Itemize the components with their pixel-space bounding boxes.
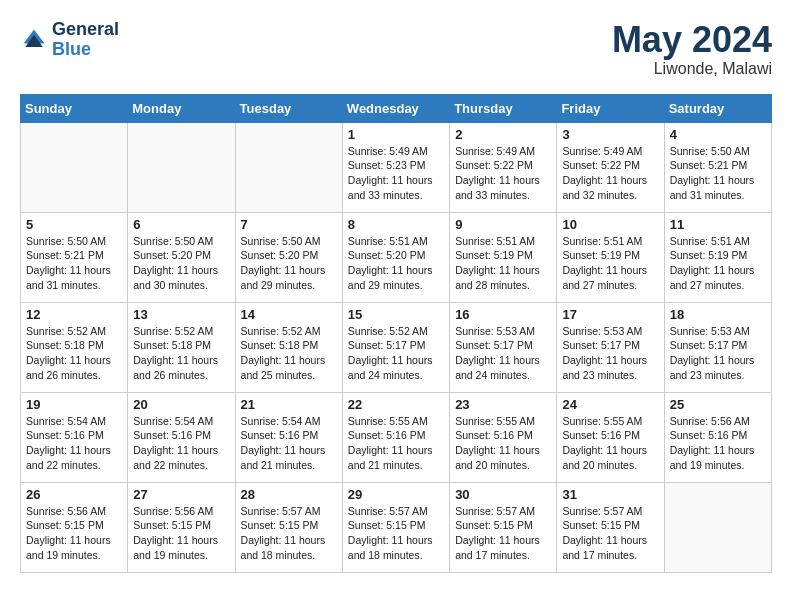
day-number: 29	[348, 487, 444, 502]
week-row: 12Sunrise: 5:52 AM Sunset: 5:18 PM Dayli…	[21, 302, 772, 392]
day-number: 30	[455, 487, 551, 502]
day-number: 2	[455, 127, 551, 142]
day-info: Sunrise: 5:52 AM Sunset: 5:17 PM Dayligh…	[348, 324, 444, 383]
week-row: 26Sunrise: 5:56 AM Sunset: 5:15 PM Dayli…	[21, 482, 772, 572]
day-number: 19	[26, 397, 122, 412]
calendar-cell	[235, 122, 342, 212]
calendar-cell: 22Sunrise: 5:55 AM Sunset: 5:16 PM Dayli…	[342, 392, 449, 482]
calendar-cell: 13Sunrise: 5:52 AM Sunset: 5:18 PM Dayli…	[128, 302, 235, 392]
calendar-cell: 4Sunrise: 5:50 AM Sunset: 5:21 PM Daylig…	[664, 122, 771, 212]
day-number: 5	[26, 217, 122, 232]
header-row: SundayMondayTuesdayWednesdayThursdayFrid…	[21, 94, 772, 122]
day-info: Sunrise: 5:53 AM Sunset: 5:17 PM Dayligh…	[455, 324, 551, 383]
day-number: 8	[348, 217, 444, 232]
day-info: Sunrise: 5:57 AM Sunset: 5:15 PM Dayligh…	[241, 504, 337, 563]
day-info: Sunrise: 5:52 AM Sunset: 5:18 PM Dayligh…	[26, 324, 122, 383]
calendar-cell: 21Sunrise: 5:54 AM Sunset: 5:16 PM Dayli…	[235, 392, 342, 482]
week-row: 1Sunrise: 5:49 AM Sunset: 5:23 PM Daylig…	[21, 122, 772, 212]
day-number: 28	[241, 487, 337, 502]
day-info: Sunrise: 5:50 AM Sunset: 5:20 PM Dayligh…	[133, 234, 229, 293]
day-info: Sunrise: 5:57 AM Sunset: 5:15 PM Dayligh…	[348, 504, 444, 563]
calendar-cell: 17Sunrise: 5:53 AM Sunset: 5:17 PM Dayli…	[557, 302, 664, 392]
calendar-cell: 9Sunrise: 5:51 AM Sunset: 5:19 PM Daylig…	[450, 212, 557, 302]
calendar-cell: 27Sunrise: 5:56 AM Sunset: 5:15 PM Dayli…	[128, 482, 235, 572]
calendar-cell: 18Sunrise: 5:53 AM Sunset: 5:17 PM Dayli…	[664, 302, 771, 392]
day-number: 23	[455, 397, 551, 412]
logo: General Blue	[20, 20, 119, 60]
day-info: Sunrise: 5:53 AM Sunset: 5:17 PM Dayligh…	[670, 324, 766, 383]
calendar-cell: 15Sunrise: 5:52 AM Sunset: 5:17 PM Dayli…	[342, 302, 449, 392]
day-info: Sunrise: 5:53 AM Sunset: 5:17 PM Dayligh…	[562, 324, 658, 383]
calendar-cell: 28Sunrise: 5:57 AM Sunset: 5:15 PM Dayli…	[235, 482, 342, 572]
day-number: 3	[562, 127, 658, 142]
day-info: Sunrise: 5:52 AM Sunset: 5:18 PM Dayligh…	[241, 324, 337, 383]
location: Liwonde, Malawi	[612, 60, 772, 78]
day-number: 25	[670, 397, 766, 412]
day-number: 7	[241, 217, 337, 232]
day-number: 21	[241, 397, 337, 412]
calendar-cell: 30Sunrise: 5:57 AM Sunset: 5:15 PM Dayli…	[450, 482, 557, 572]
calendar-cell: 20Sunrise: 5:54 AM Sunset: 5:16 PM Dayli…	[128, 392, 235, 482]
weekday-header: Thursday	[450, 94, 557, 122]
day-number: 18	[670, 307, 766, 322]
day-info: Sunrise: 5:49 AM Sunset: 5:22 PM Dayligh…	[455, 144, 551, 203]
calendar-cell: 10Sunrise: 5:51 AM Sunset: 5:19 PM Dayli…	[557, 212, 664, 302]
day-info: Sunrise: 5:56 AM Sunset: 5:15 PM Dayligh…	[26, 504, 122, 563]
weekday-header: Friday	[557, 94, 664, 122]
calendar-cell	[21, 122, 128, 212]
logo-text: General Blue	[52, 20, 119, 60]
calendar-cell: 2Sunrise: 5:49 AM Sunset: 5:22 PM Daylig…	[450, 122, 557, 212]
day-number: 20	[133, 397, 229, 412]
day-info: Sunrise: 5:55 AM Sunset: 5:16 PM Dayligh…	[562, 414, 658, 473]
calendar-cell	[664, 482, 771, 572]
title-block: May 2024 Liwonde, Malawi	[612, 20, 772, 78]
calendar-cell: 14Sunrise: 5:52 AM Sunset: 5:18 PM Dayli…	[235, 302, 342, 392]
calendar-table: SundayMondayTuesdayWednesdayThursdayFrid…	[20, 94, 772, 573]
calendar-cell: 8Sunrise: 5:51 AM Sunset: 5:20 PM Daylig…	[342, 212, 449, 302]
day-info: Sunrise: 5:57 AM Sunset: 5:15 PM Dayligh…	[562, 504, 658, 563]
day-info: Sunrise: 5:50 AM Sunset: 5:21 PM Dayligh…	[670, 144, 766, 203]
day-info: Sunrise: 5:49 AM Sunset: 5:23 PM Dayligh…	[348, 144, 444, 203]
day-info: Sunrise: 5:50 AM Sunset: 5:21 PM Dayligh…	[26, 234, 122, 293]
day-info: Sunrise: 5:56 AM Sunset: 5:15 PM Dayligh…	[133, 504, 229, 563]
day-number: 22	[348, 397, 444, 412]
day-number: 13	[133, 307, 229, 322]
day-number: 24	[562, 397, 658, 412]
calendar-cell: 3Sunrise: 5:49 AM Sunset: 5:22 PM Daylig…	[557, 122, 664, 212]
weekday-header: Sunday	[21, 94, 128, 122]
day-info: Sunrise: 5:52 AM Sunset: 5:18 PM Dayligh…	[133, 324, 229, 383]
calendar-cell: 11Sunrise: 5:51 AM Sunset: 5:19 PM Dayli…	[664, 212, 771, 302]
day-info: Sunrise: 5:55 AM Sunset: 5:16 PM Dayligh…	[455, 414, 551, 473]
day-info: Sunrise: 5:51 AM Sunset: 5:19 PM Dayligh…	[455, 234, 551, 293]
calendar-cell: 25Sunrise: 5:56 AM Sunset: 5:16 PM Dayli…	[664, 392, 771, 482]
day-number: 9	[455, 217, 551, 232]
week-row: 19Sunrise: 5:54 AM Sunset: 5:16 PM Dayli…	[21, 392, 772, 482]
weekday-header: Wednesday	[342, 94, 449, 122]
calendar-cell	[128, 122, 235, 212]
weekday-header: Monday	[128, 94, 235, 122]
day-number: 11	[670, 217, 766, 232]
day-number: 16	[455, 307, 551, 322]
calendar-cell: 31Sunrise: 5:57 AM Sunset: 5:15 PM Dayli…	[557, 482, 664, 572]
calendar-cell: 16Sunrise: 5:53 AM Sunset: 5:17 PM Dayli…	[450, 302, 557, 392]
day-number: 31	[562, 487, 658, 502]
day-number: 1	[348, 127, 444, 142]
week-row: 5Sunrise: 5:50 AM Sunset: 5:21 PM Daylig…	[21, 212, 772, 302]
day-info: Sunrise: 5:51 AM Sunset: 5:20 PM Dayligh…	[348, 234, 444, 293]
day-info: Sunrise: 5:54 AM Sunset: 5:16 PM Dayligh…	[241, 414, 337, 473]
calendar-cell: 7Sunrise: 5:50 AM Sunset: 5:20 PM Daylig…	[235, 212, 342, 302]
calendar-cell: 5Sunrise: 5:50 AM Sunset: 5:21 PM Daylig…	[21, 212, 128, 302]
day-number: 26	[26, 487, 122, 502]
day-number: 12	[26, 307, 122, 322]
day-number: 6	[133, 217, 229, 232]
day-info: Sunrise: 5:55 AM Sunset: 5:16 PM Dayligh…	[348, 414, 444, 473]
day-info: Sunrise: 5:51 AM Sunset: 5:19 PM Dayligh…	[562, 234, 658, 293]
day-info: Sunrise: 5:51 AM Sunset: 5:19 PM Dayligh…	[670, 234, 766, 293]
day-number: 14	[241, 307, 337, 322]
day-info: Sunrise: 5:50 AM Sunset: 5:20 PM Dayligh…	[241, 234, 337, 293]
calendar-cell: 23Sunrise: 5:55 AM Sunset: 5:16 PM Dayli…	[450, 392, 557, 482]
calendar-cell: 1Sunrise: 5:49 AM Sunset: 5:23 PM Daylig…	[342, 122, 449, 212]
calendar-cell: 24Sunrise: 5:55 AM Sunset: 5:16 PM Dayli…	[557, 392, 664, 482]
calendar-cell: 6Sunrise: 5:50 AM Sunset: 5:20 PM Daylig…	[128, 212, 235, 302]
day-number: 17	[562, 307, 658, 322]
